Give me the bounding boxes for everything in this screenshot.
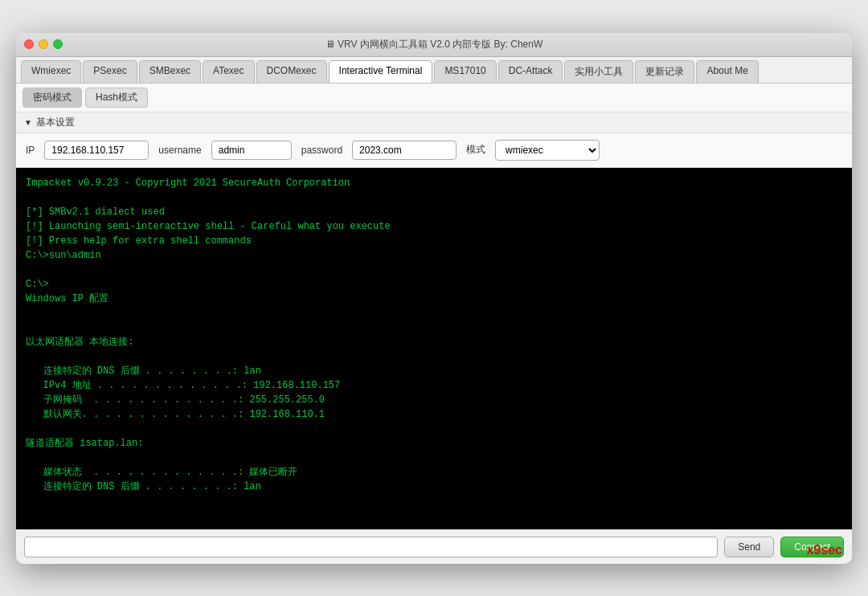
- section-header: ▼ 基本设置: [16, 112, 852, 133]
- sub-tab-密码模式[interactable]: 密码模式: [23, 88, 82, 108]
- tab-ms17010[interactable]: MS17010: [434, 60, 496, 83]
- password-input[interactable]: [352, 141, 457, 160]
- terminal-output: Impacket v0.9.23 - Copyright 2021 Secure…: [16, 168, 852, 529]
- tab-smbexec[interactable]: SMBexec: [139, 60, 201, 83]
- close-button[interactable]: [24, 39, 34, 49]
- sub-tab-bar: 密码模式Hash模式: [16, 84, 852, 112]
- maximize-button[interactable]: [53, 39, 63, 49]
- mode-label: 模式: [466, 143, 485, 157]
- command-input[interactable]: [24, 537, 718, 557]
- tab-更新记录[interactable]: 更新记录: [635, 60, 694, 83]
- sub-tab-Hash模式[interactable]: Hash模式: [85, 88, 148, 108]
- ip-label: IP: [26, 145, 35, 156]
- username-input[interactable]: [211, 141, 292, 160]
- tab-dc-attack[interactable]: DC-Attack: [498, 60, 563, 83]
- tab-atexec[interactable]: ATexec: [203, 60, 254, 83]
- mode-select[interactable]: wmiexecpsexecsmbexecatexec: [495, 140, 600, 161]
- tab-wmiexec[interactable]: Wmiexec: [21, 60, 81, 83]
- form-row: IP username password 模式 wmiexecpsexecsmb…: [16, 133, 852, 168]
- minimize-button[interactable]: [39, 39, 48, 49]
- bottom-bar: Send Connect x9sec: [16, 529, 852, 564]
- tab-dcomexec[interactable]: DCOMexec: [256, 60, 327, 83]
- window-title: 🖥 VRV 内网横向工具箱 V2.0 内部专版 By: ChenW: [326, 38, 543, 51]
- tab-about-me[interactable]: About Me: [696, 60, 758, 83]
- section-toggle[interactable]: ▼: [24, 118, 32, 127]
- ip-input[interactable]: [44, 141, 149, 160]
- section-label: 基本设置: [36, 116, 75, 129]
- password-label: password: [301, 145, 342, 156]
- title-bar: 🖥 VRV 内网横向工具箱 V2.0 内部专版 By: ChenW: [16, 33, 852, 57]
- tab-psexec[interactable]: PSexec: [83, 60, 137, 83]
- traffic-lights: [24, 39, 63, 49]
- tab-bar: WmiexecPSexecSMBexecATexecDCOMexecIntera…: [16, 57, 852, 84]
- main-window: 🖥 VRV 内网横向工具箱 V2.0 内部专版 By: ChenW Wmiexe…: [16, 33, 852, 564]
- tab-实用小工具[interactable]: 实用小工具: [564, 60, 633, 83]
- tab-interactive-terminal[interactable]: Interactive Terminal: [329, 60, 433, 83]
- send-button[interactable]: Send: [724, 537, 774, 557]
- username-label: username: [158, 145, 201, 156]
- watermark: x9sec: [807, 543, 843, 557]
